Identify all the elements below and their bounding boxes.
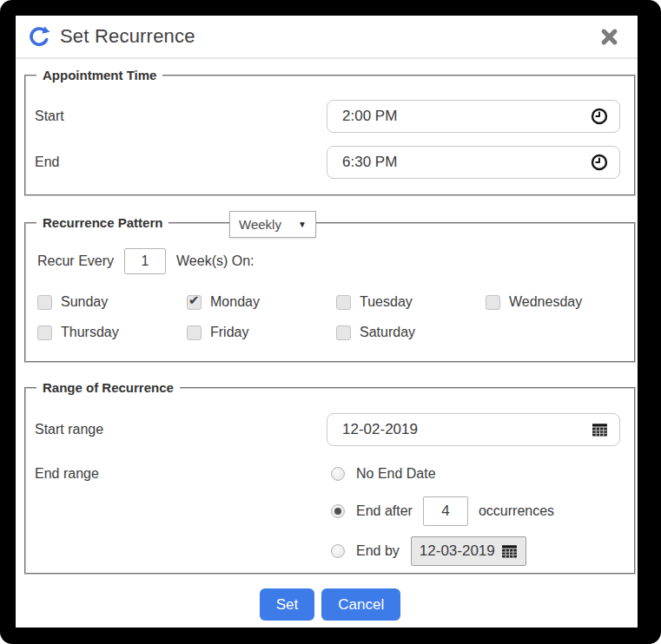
end-by-date-picker[interactable]: 12-03-2019	[411, 536, 526, 566]
option-end-by[interactable]: End by 12-03-2019	[327, 536, 620, 566]
range-of-recurrence-fieldset: Range of Recurrence Start range 12-02-20…	[24, 387, 636, 575]
day-monday[interactable]: ✔ Monday	[187, 293, 336, 311]
tuesday-checkbox[interactable]: ✔	[336, 295, 351, 310]
start-range-row: Start range 12-02-2019	[35, 413, 620, 446]
cancel-button[interactable]: Cancel	[321, 588, 400, 621]
dialog-title: Set Recurrence	[60, 25, 195, 48]
start-range-input[interactable]: 12-02-2019	[327, 413, 620, 446]
appointment-time-legend: Appointment Time	[36, 67, 162, 84]
frequency-select[interactable]: Weekly ▼	[229, 211, 316, 238]
day-label: Saturday	[360, 325, 415, 340]
clock-icon[interactable]	[591, 154, 608, 171]
frequency-selected-value: Weekly	[239, 217, 281, 232]
end-by-date-value: 12-03-2019	[420, 542, 495, 560]
dropdown-arrow-icon: ▼	[298, 220, 307, 229]
recur-every-prefix: Recur Every	[37, 253, 114, 269]
saturday-checkbox[interactable]: ✔	[336, 325, 351, 340]
recur-interval-input[interactable]	[124, 248, 166, 274]
start-time-row: Start 2:00 PM	[35, 100, 620, 133]
dialog-footer: Set Cancel	[24, 588, 636, 621]
option-end-after[interactable]: End after occurrences	[327, 496, 620, 526]
day-thursday[interactable]: ✔ Thursday	[37, 324, 187, 341]
weekday-checkbox-grid: ✔ Sunday ✔ Monday ✔ Tuesday ✔ Wednesday	[37, 293, 620, 341]
start-time-label: Start	[35, 108, 64, 124]
close-icon[interactable]	[600, 28, 618, 46]
day-tuesday[interactable]: ✔ Tuesday	[336, 293, 486, 311]
recur-every-suffix: Week(s) On:	[176, 253, 254, 269]
end-time-input[interactable]: 6:30 PM	[327, 146, 620, 179]
start-time-value: 2:00 PM	[342, 108, 397, 125]
recurrence-pattern-fieldset: Recurrence Pattern Weekly ▼ Recur Every …	[24, 222, 636, 363]
clock-icon[interactable]	[591, 108, 608, 125]
sunday-checkbox[interactable]: ✔	[37, 295, 52, 310]
occurrences-suffix: occurrences	[479, 503, 554, 519]
friday-checkbox[interactable]: ✔	[187, 325, 202, 340]
end-by-radio[interactable]	[331, 544, 345, 558]
option-no-end-date[interactable]: No End Date	[327, 459, 620, 489]
end-range-label: End range	[35, 459, 99, 566]
end-time-row: End 6:30 PM	[35, 146, 620, 179]
end-time-label: End	[35, 154, 59, 170]
start-range-label: Start range	[35, 422, 103, 437]
set-recurrence-dialog: Set Recurrence Appointment Time Start 2:…	[16, 16, 638, 628]
start-range-value: 12-02-2019	[342, 421, 418, 438]
day-sunday[interactable]: ✔ Sunday	[37, 293, 187, 311]
start-time-input[interactable]: 2:00 PM	[327, 100, 620, 133]
end-range-options: No End Date End after occurrences End by	[327, 459, 620, 566]
screenshot-frame: Set Recurrence Appointment Time Start 2:…	[0, 0, 661, 644]
end-time-value: 6:30 PM	[342, 154, 397, 171]
set-button[interactable]: Set	[260, 588, 315, 621]
day-label: Monday	[210, 294, 260, 310]
thursday-checkbox[interactable]: ✔	[37, 325, 52, 340]
no-end-date-label: No End Date	[356, 466, 436, 482]
calendar-icon[interactable]	[592, 422, 608, 437]
occurrences-input[interactable]	[423, 496, 468, 526]
day-saturday[interactable]: ✔ Saturday	[336, 324, 486, 341]
wednesday-checkbox[interactable]: ✔	[486, 295, 500, 310]
day-wednesday[interactable]: ✔ Wednesday	[486, 293, 620, 311]
day-label: Wednesday	[509, 294, 582, 310]
end-by-label: End by	[356, 543, 400, 559]
day-label: Friday	[210, 325, 248, 340]
dialog-header: Set Recurrence	[16, 16, 638, 59]
appointment-time-fieldset: Appointment Time Start 2:00 PM	[24, 75, 636, 196]
check-icon: ✔	[188, 292, 200, 308]
monday-checkbox[interactable]: ✔	[187, 295, 202, 310]
no-end-date-radio[interactable]	[331, 467, 345, 481]
range-of-recurrence-legend: Range of Recurrence	[36, 379, 180, 397]
day-label: Tuesday	[360, 294, 413, 310]
recurrence-pattern-legend: Recurrence Pattern	[36, 214, 169, 232]
end-after-label: End after	[356, 503, 413, 519]
calendar-icon[interactable]	[501, 543, 518, 559]
end-range-section: End range No End Date End after occurren…	[35, 459, 620, 566]
day-label: Sunday	[61, 294, 108, 310]
recur-every-row: Recur Every Week(s) On:	[37, 248, 620, 274]
dialog-body: Appointment Time Start 2:00 PM	[16, 75, 638, 621]
day-label: Thursday	[61, 325, 119, 340]
recurrence-refresh-icon	[27, 25, 50, 49]
day-friday[interactable]: ✔ Friday	[187, 324, 336, 341]
end-after-radio[interactable]	[331, 504, 345, 518]
